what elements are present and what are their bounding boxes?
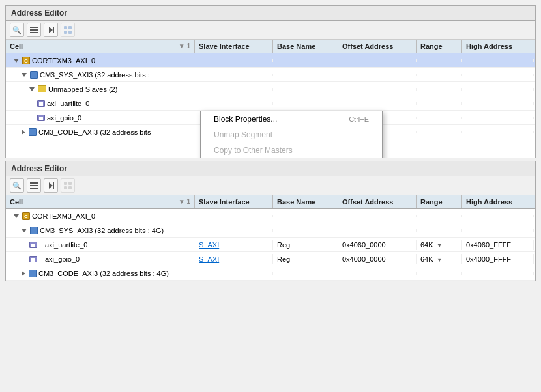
row-uartlite-name: axi_uartlite_0 (6, 240, 195, 250)
context-menu: Block Properties... Ctrl+E Unmap Segment… (200, 111, 383, 158)
bus-icon (29, 128, 37, 136)
col-slave-iface: Slave Interface (195, 40, 273, 53)
ip-icon (29, 256, 37, 262)
cpu-icon: C (22, 57, 30, 64)
svg-rect-8 (68, 31, 72, 34)
bottom-expand-button[interactable] (44, 178, 58, 193)
bottom-tree-area: C CORTEXM3_AXI_0 CM3_SYS_AXI3 (32 addres… (6, 209, 535, 281)
gpio-high-addr: 0x4000_FFFF (462, 254, 534, 264)
expand-icon (22, 130, 25, 135)
col-offset: Offset Address (338, 40, 417, 53)
row-cm3code-name: CM3_CODE_AXI3 (32 address bits (6, 127, 195, 137)
cm-block-properties[interactable]: Block Properties... Ctrl+E (201, 111, 382, 127)
table-row[interactable]: CM3_CODE_AXI3 (32 address bits : 4G) (6, 266, 535, 281)
cm-unmap-segment: Unmap Segment (201, 127, 382, 143)
row-unmapped-name: Unmapped Slaves (2) (6, 84, 195, 94)
table-row[interactable]: C CORTEXM3_AXI_0 (6, 53, 535, 68)
ip-icon (37, 100, 45, 107)
expand-icon (14, 59, 19, 63)
table-row[interactable]: axi_uartlite_0 S_AXI Reg 0x4060_0000 64K… (6, 238, 535, 252)
top-toolbar: 🔍 (6, 21, 535, 40)
cm-block-properties-label: Block Properties... (214, 115, 277, 124)
bus-icon (30, 71, 38, 79)
col-cell: Cell ▼ 1 (6, 40, 195, 53)
cm-unmap-segment-label: Unmap Segment (214, 130, 272, 139)
row-cm3code-name: CM3_CODE_AXI3 (32 address bits : 4G) (6, 268, 195, 279)
svg-rect-15 (30, 188, 38, 189)
table-row[interactable]: axi_gpio_0 S_AXI Reg 0x4000_0000 64K ▼ 0… (6, 252, 535, 266)
svg-rect-6 (68, 26, 72, 29)
svg-rect-7 (64, 31, 67, 34)
table-row[interactable]: C CORTEXM3_AXI_0 (6, 209, 535, 223)
expand-icon (22, 73, 27, 77)
svg-rect-20 (64, 186, 67, 189)
col-base-name: Base Name (273, 40, 338, 53)
bottom-assign-button (61, 178, 75, 193)
table-row[interactable]: axi_uartlite_0 (6, 96, 535, 111)
row-cm3sys-name: CM3_SYS_AXI3 (32 address bits : (6, 70, 195, 80)
row-cortexm3-name: C CORTEXM3_AXI_0 (6, 55, 195, 66)
bus-icon (29, 270, 37, 277)
table-row[interactable]: CM3_SYS_AXI3 (32 address bits : 4G) (6, 223, 535, 238)
expand-button[interactable] (44, 23, 58, 37)
uartlite-range: 64K ▼ (417, 240, 462, 250)
search-button[interactable]: 🔍 (10, 23, 24, 37)
bottom-address-editor-panel: Address Editor 🔍 Cell ▼ 1 Slave Interfac… (5, 161, 536, 281)
row-cortexm3-name: C CORTEXM3_AXI_0 (6, 211, 195, 221)
cm-copy-to-other-label: Copy to Other Masters (214, 146, 293, 155)
top-address-editor-panel: Address Editor 🔍 Cell ▼ 1 Slave Interfac… (5, 5, 536, 158)
bottom-col-high-addr: High Address (462, 195, 534, 208)
uartlite-offset: 0x4060_0000 (338, 240, 417, 250)
row-gpio-name: axi_gpio_0 (6, 113, 195, 123)
row-cm3sys-name: CM3_SYS_AXI3 (32 address bits : 4G) (6, 225, 195, 236)
row-uartlite-name: axi_uartlite_0 (6, 98, 195, 109)
gpio-range: 64K ▼ (417, 254, 462, 264)
svg-rect-4 (53, 27, 54, 33)
svg-rect-1 (30, 29, 38, 31)
bottom-toolbar: 🔍 (6, 176, 535, 195)
bottom-col-base-name: Base Name (273, 195, 338, 208)
cpu-icon: C (22, 212, 30, 220)
bottom-panel-title: Address Editor (6, 161, 535, 176)
cm-block-properties-shortcut: Ctrl+E (349, 115, 369, 123)
ip-icon (29, 242, 37, 248)
folder-icon (38, 85, 46, 92)
svg-rect-19 (68, 182, 72, 185)
svg-rect-17 (53, 182, 54, 189)
bottom-collapse-button[interactable] (27, 178, 41, 193)
bottom-col-slave-iface: Slave Interface (195, 195, 273, 208)
top-panel-title: Address Editor (6, 6, 535, 21)
bottom-table-header: Cell ▼ 1 Slave Interface Base Name Offse… (6, 195, 535, 209)
bus-icon (30, 227, 38, 234)
svg-marker-16 (49, 182, 53, 189)
gpio-slave-iface: S_AXI (195, 254, 273, 264)
svg-rect-18 (64, 182, 67, 185)
gpio-offset: 0x4000_0000 (338, 254, 417, 264)
col-high-addr: High Address (462, 40, 534, 53)
uartlite-slave-iface: S_AXI (195, 240, 273, 250)
uartlite-high-addr: 0x4060_FFFF (462, 240, 534, 250)
svg-rect-21 (68, 186, 72, 189)
expand-icon (22, 271, 25, 276)
svg-rect-0 (30, 27, 38, 28)
bottom-col-offset: Offset Address (338, 195, 417, 208)
row-gpio-name: axi_gpio_0 (6, 254, 195, 264)
svg-rect-5 (64, 26, 67, 29)
top-tree-area: C CORTEXM3_AXI_0 CM3_SYS_AXI3 (32 addres… (6, 53, 535, 158)
assign-button (61, 23, 75, 37)
uartlite-base-name: Reg (273, 240, 338, 250)
table-row[interactable]: Unmapped Slaves (2) (6, 82, 535, 96)
col-range: Range (417, 40, 462, 53)
collapse-button[interactable] (27, 23, 41, 37)
expand-icon (29, 87, 35, 91)
bottom-col-cell: Cell ▼ 1 (6, 195, 195, 208)
bottom-search-button[interactable]: 🔍 (10, 178, 24, 193)
svg-rect-2 (30, 32, 38, 33)
expand-icon (14, 214, 19, 218)
expand-icon (22, 229, 27, 232)
gpio-base-name: Reg (273, 254, 338, 264)
svg-marker-3 (49, 27, 53, 33)
table-row[interactable]: CM3_SYS_AXI3 (32 address bits : (6, 68, 535, 82)
svg-rect-14 (30, 185, 38, 186)
svg-rect-13 (30, 182, 38, 184)
